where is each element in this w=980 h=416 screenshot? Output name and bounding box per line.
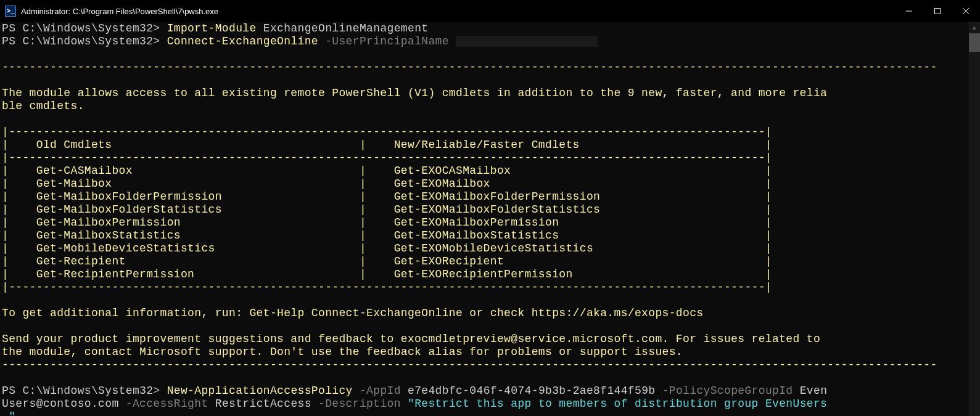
- table-border: |---------------------------------------…: [2, 126, 772, 138]
- help-text: To get additional information, run: Get-…: [2, 307, 703, 319]
- divider: ----------------------------------------…: [2, 359, 937, 371]
- command: Import-Module: [167, 22, 257, 35]
- minimize-button[interactable]: [895, 0, 923, 22]
- window-controls: [895, 0, 980, 22]
- divider: ----------------------------------------…: [2, 61, 937, 73]
- value: Users@contoso.com: [2, 398, 119, 410]
- prompt: PS C:\Windows\System32>: [2, 22, 160, 35]
- string-value: "Restrict this app to members of distrib…: [408, 398, 827, 410]
- string-value: .": [2, 410, 15, 416]
- command: New-ApplicationAccessPolicy: [167, 385, 353, 397]
- scroll-up-icon[interactable]: ▲: [969, 22, 980, 33]
- table-row: | Get-MobileDeviceStatistics | Get-EXOMo…: [2, 242, 772, 255]
- feedback-text: Send your product improvement suggestion…: [2, 333, 827, 345]
- parameter: -PolicyScopeGroupId: [662, 385, 793, 397]
- prompt: PS C:\Windows\System32>: [2, 385, 160, 397]
- value: e7e4dbfc-046f-4074-9b3b-2ae8f144f59b: [408, 385, 655, 397]
- maximize-button[interactable]: [923, 0, 952, 22]
- redacted-value: [456, 36, 598, 47]
- scrollbar-thumb[interactable]: [969, 33, 980, 52]
- banner-text: The module allows access to all existing…: [2, 87, 827, 99]
- parameter: -UserPrincipalName: [325, 35, 449, 47]
- table-row: | Get-MailboxFolderPermission | Get-EXOM…: [2, 190, 772, 203]
- parameter: -AppId: [360, 385, 401, 397]
- table-border: |---------------------------------------…: [2, 152, 772, 164]
- svg-rect-1: [935, 9, 941, 14]
- table-row: | Get-Recipient | Get-EXORecipient |: [2, 255, 772, 267]
- parameter: -AccessRight: [126, 398, 208, 410]
- terminal-content[interactable]: PS C:\Windows\System32> Import-Module Ex…: [2, 22, 978, 416]
- table-row: | Get-MailboxPermission | Get-EXOMailbox…: [2, 216, 772, 229]
- parameter: -Description: [318, 398, 401, 410]
- table-row: | Get-Mailbox | Get-EXOMailbox |: [2, 177, 772, 190]
- table-row: | Get-RecipientPermission | Get-EXORecip…: [2, 268, 772, 280]
- scrollbar[interactable]: ▲: [969, 22, 980, 416]
- prompt: PS C:\Windows\System32>: [2, 35, 160, 47]
- table-border: |---------------------------------------…: [2, 281, 772, 293]
- window-titlebar: >_ Administrator: C:\Program Files\Power…: [0, 0, 980, 22]
- table-row: | Get-MailboxStatistics | Get-EXOMailbox…: [2, 229, 772, 242]
- table-header: | Old Cmdlets | New/Reliable/Faster Cmdl…: [2, 139, 772, 151]
- banner-text: ble cmdlets.: [2, 100, 84, 112]
- table-row: | Get-CASMailbox | Get-EXOCASMailbox |: [2, 165, 772, 177]
- powershell-icon: >_: [5, 6, 16, 17]
- command: Connect-ExchangeOnline: [167, 35, 318, 47]
- argument: ExchangeOnlineManagement: [263, 22, 429, 35]
- feedback-text: the module, contact Microsoft support. D…: [2, 346, 683, 358]
- value: RestrictAccess: [215, 398, 311, 410]
- close-button[interactable]: [952, 0, 980, 22]
- window-title: Administrator: C:\Program Files\PowerShe…: [21, 7, 895, 16]
- value: Even: [800, 385, 828, 397]
- table-row: | Get-MailboxFolderStatistics | Get-EXOM…: [2, 203, 772, 216]
- terminal-area[interactable]: PS C:\Windows\System32> Import-Module Ex…: [0, 22, 980, 416]
